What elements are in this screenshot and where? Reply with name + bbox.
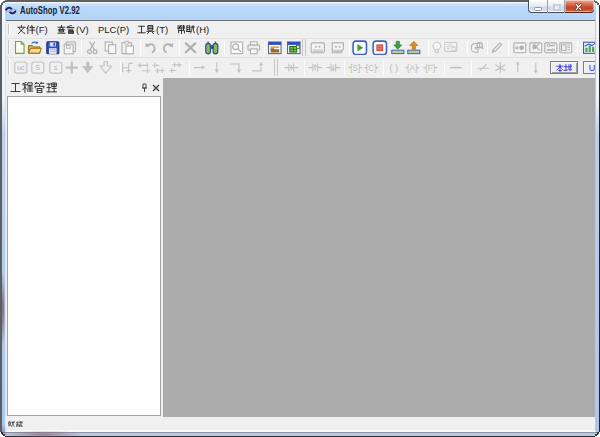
svg-text:[S]: [S]: [350, 63, 360, 72]
svg-text:{F}: {F}: [425, 63, 436, 72]
svg-text:uc: uc: [17, 64, 25, 71]
svg-text:( ): ( ): [389, 63, 398, 73]
svg-text:{A}: {A}: [406, 63, 417, 72]
svg-text:{C}: {C}: [366, 63, 378, 72]
svg-text:s: s: [54, 64, 58, 71]
svg-text:S: S: [36, 64, 41, 71]
